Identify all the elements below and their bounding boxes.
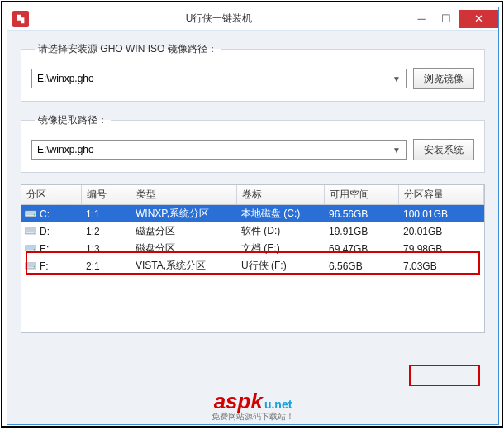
cell-free: 96.56GB [324,205,398,223]
svg-point-2 [34,213,35,214]
drive-icon [25,260,36,272]
maximize-button[interactable]: ☐ [434,10,459,28]
svg-point-8 [34,248,35,249]
partition-table: 分区 编号 类型 卷标 可用空间 分区容量 C:1:1WINXP,系统分区本地磁… [21,184,485,333]
app-window: U行侠一键装机 ─ ☐ ✕ 请选择安装源 GHO WIN ISO 镜像路径： E… [7,7,499,425]
table-header-row: 分区 编号 类型 卷标 可用空间 分区容量 [21,185,484,205]
source-path-text: E:\winxp.gho [37,73,389,84]
cell-drive: E: [40,243,49,255]
cell-total: 100.01GB [398,205,484,223]
browse-image-button[interactable]: 浏览镜像 [413,68,474,89]
table-row[interactable]: E:1:3磁盘分区文档 (E:)69.47GB79.98GB [21,240,484,257]
cell-type: 磁盘分区 [131,222,236,240]
cell-type: VISTA,系统分区 [131,257,236,275]
extract-path-text: E:\winxp.gho [37,144,389,155]
chevron-down-icon: ▼ [389,71,404,86]
titlebar: U行侠一键装机 ─ ☐ ✕ [7,7,498,31]
svg-point-5 [34,231,35,232]
cell-total: 7.03GB [398,257,484,275]
minimize-button[interactable]: ─ [409,10,434,28]
cell-drive: D: [40,226,50,237]
cell-num: 1:3 [81,240,131,257]
drive-icon [25,208,36,220]
col-label[interactable]: 卷标 [236,185,324,205]
highlight-box-corner [409,365,480,386]
cell-label: 本地磁盘 (C:) [236,205,324,223]
drive-icon [25,226,36,237]
table-row[interactable]: C:1:1WINXP,系统分区本地磁盘 (C:)96.56GB100.01GB [21,205,484,223]
cell-free: 19.91GB [324,222,398,240]
col-partition[interactable]: 分区 [21,185,81,205]
cell-type: 磁盘分区 [131,240,236,257]
source-fieldset: 请选择安装源 GHO WIN ISO 镜像路径： E:\winxp.gho ▼ … [21,42,485,102]
cell-free: 69.47GB [324,240,398,257]
col-type[interactable]: 类型 [131,185,236,205]
extract-fieldset: 镜像提取路径： E:\winxp.gho ▼ 安装系统 [21,113,485,173]
window-title: U行侠一键装机 [29,12,409,26]
app-icon [12,11,29,27]
table-row[interactable]: F:2:1VISTA,系统分区U行侠 (F:)6.56GB7.03GB [21,257,484,275]
extract-path-combo[interactable]: E:\winxp.gho ▼ [31,140,407,160]
close-button[interactable]: ✕ [459,10,498,28]
table-row[interactable]: D:1:2磁盘分区软件 (D:)19.91GB20.01GB [21,222,484,240]
cell-label: 文档 (E:) [236,240,324,257]
svg-point-11 [34,265,35,266]
cell-drive: C: [40,208,50,220]
cell-num: 2:1 [81,257,131,275]
source-path-combo[interactable]: E:\winxp.gho ▼ [31,69,407,88]
cell-total: 79.98GB [398,240,484,257]
cell-type: WINXP,系统分区 [131,205,236,223]
cell-label: U行侠 (F:) [236,257,324,275]
watermark-tagline: 免费网站源码下载站！ [212,411,294,423]
extract-legend: 镜像提取路径： [35,113,111,127]
col-free[interactable]: 可用空间 [324,185,398,205]
col-number[interactable]: 编号 [81,185,131,205]
cell-num: 1:2 [81,222,131,240]
cell-num: 1:1 [81,205,131,223]
chevron-down-icon: ▼ [389,142,404,157]
cell-label: 软件 (D:) [236,222,324,240]
cell-drive: F: [40,260,49,272]
col-total[interactable]: 分区容量 [398,185,484,205]
cell-total: 20.01GB [398,222,484,240]
drive-icon [25,243,36,255]
source-legend: 请选择安装源 GHO WIN ISO 镜像路径： [35,42,221,56]
install-system-button[interactable]: 安装系统 [413,139,474,160]
cell-free: 6.56GB [324,257,398,275]
